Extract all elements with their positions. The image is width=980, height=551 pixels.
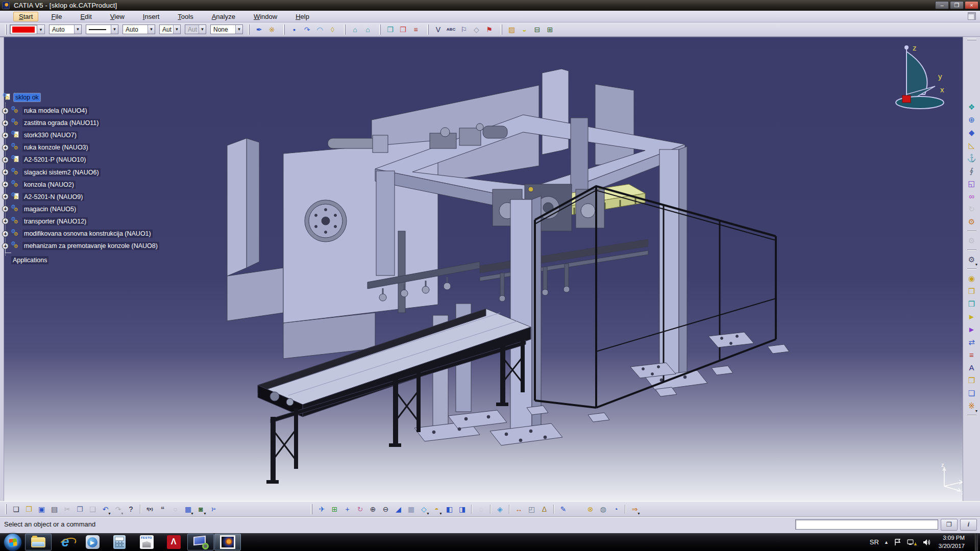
- copy-icon[interactable]: ❐: [74, 503, 86, 515]
- tree-node[interactable]: +⚙⚙zastitna ograda (NAUO11): [2, 118, 100, 128]
- tree-node-label[interactable]: modifikovana osnovna konstrukcija (NAUO1…: [22, 230, 153, 238]
- expand-panel-button[interactable]: ❐: [941, 519, 958, 531]
- menu-item-window[interactable]: Window: [248, 12, 283, 21]
- close-button[interactable]: ×: [965, 1, 978, 9]
- wmp-taskbar-icon[interactable]: ▶: [79, 534, 106, 550]
- tree-node[interactable]: +⚙⚙mehanizam za premotavanje konzole (NA…: [2, 241, 159, 251]
- select-arrow-icon[interactable]: ▼: [173, 25, 180, 34]
- undo-icon[interactable]: ↶▼: [100, 503, 111, 515]
- tree-expander-icon[interactable]: +: [2, 181, 9, 188]
- existing-component-icon[interactable]: ►: [965, 310, 978, 323]
- spline-icon[interactable]: ↷: [301, 23, 313, 35]
- design-table-icon[interactable]: ▦▼: [182, 503, 194, 515]
- show-desktop-button[interactable]: [975, 533, 978, 551]
- menu-item-analyze[interactable]: Analyze: [206, 12, 241, 21]
- toolbar-handle[interactable]: [5, 24, 7, 35]
- tree-node[interactable]: +⚙⚙A2-5201-N (NAUO9): [2, 192, 84, 202]
- menu-item-insert[interactable]: Insert: [137, 12, 165, 21]
- tree-node[interactable]: +⚙⚙modifikovana osnovna konstrukcija (NA…: [2, 229, 153, 239]
- update-list-icon[interactable]: ≡: [410, 23, 422, 35]
- tree-node-label[interactable]: konzola (NAUO2): [22, 181, 76, 189]
- insert-component-small-icon[interactable]: ❒: [384, 23, 396, 35]
- comment-icon[interactable]: ❝: [157, 503, 168, 515]
- tree-node-label[interactable]: mehanizam za premotavanje konzole (NAUO8…: [22, 242, 159, 250]
- constraints-palette-icon[interactable]: ⇒▼: [629, 503, 641, 515]
- toolbar-handle[interactable]: [5, 504, 7, 514]
- power-input[interactable]: [795, 519, 938, 530]
- new-component-icon[interactable]: ◉: [965, 272, 978, 285]
- tree-node[interactable]: +⚙⚙A2-5201-P (NAUO10): [2, 155, 87, 165]
- existing-positioned-icon[interactable]: ►: [965, 323, 978, 336]
- tree-root-node[interactable]: ⚙⚙sklop ok: [2, 92, 40, 103]
- catalog-house-alt-icon[interactable]: ⌂: [362, 23, 374, 35]
- select-arrow-icon[interactable]: ▼: [74, 25, 81, 34]
- tree-node-label[interactable]: stork330 (NAUO7): [22, 131, 78, 139]
- relations-icon[interactable]: }=: [208, 503, 219, 515]
- check-dimensions-icon[interactable]: V: [432, 23, 444, 35]
- tree-node-label[interactable]: slagacki sistem2 (NAUO6): [22, 168, 101, 177]
- compass-disabled-icon[interactable]: ◌: [475, 503, 487, 515]
- dropdown-arrow-icon[interactable]: ▼: [190, 512, 194, 515]
- minimize-button[interactable]: –: [935, 1, 949, 9]
- point-icon[interactable]: ▪: [288, 23, 300, 35]
- clock[interactable]: 3:09 PM 3/20/2017: [939, 534, 965, 550]
- tree-expander-icon[interactable]: +: [2, 193, 9, 200]
- doc-info-button[interactable]: i: [960, 519, 977, 531]
- knowledge-eraser-icon[interactable]: ◈: [494, 503, 506, 515]
- select-arrow-icon[interactable]: ▼: [235, 25, 242, 34]
- select-arrow-icon[interactable]: ▼: [111, 25, 118, 34]
- fit-all-in-icon[interactable]: ⊞: [329, 503, 340, 515]
- tree-expander-icon[interactable]: +: [2, 157, 9, 163]
- multi-instantiation-icon[interactable]: ※▼: [965, 399, 978, 412]
- paperclip-coincidence-icon[interactable]: ∮: [965, 164, 978, 177]
- manipulation-icon[interactable]: ◆: [965, 126, 978, 139]
- print-icon[interactable]: ▤: [48, 503, 60, 515]
- tree-expander-icon[interactable]: +: [2, 169, 9, 176]
- flag-note-icon[interactable]: ⚐: [458, 23, 470, 35]
- tree-node[interactable]: +⚙⚙ruka konzole (NAUO3): [2, 142, 90, 153]
- highlight-icon[interactable]: ◒: [519, 23, 530, 35]
- tree-expander-icon[interactable]: +: [2, 218, 9, 224]
- render-style-icon[interactable]: ◓▼: [431, 503, 443, 515]
- arc-icon[interactable]: ◠: [314, 23, 326, 35]
- generate-numbering-icon[interactable]: A: [965, 361, 978, 374]
- view-mode-shaded-icon[interactable]: ◨: [456, 503, 468, 515]
- stamp-icon[interactable]: ⚑: [483, 23, 495, 35]
- tree-node[interactable]: +⚙⚙magacin (NAUO5): [2, 204, 78, 214]
- tree-node-label[interactable]: A2-5201-N (NAUO9): [22, 193, 84, 201]
- child-window-icon[interactable]: [968, 12, 976, 20]
- clash-analysis-icon[interactable]: ⊗: [584, 503, 596, 515]
- open-icon[interactable]: ❒: [23, 503, 35, 515]
- insert-component-icon[interactable]: ❖: [965, 101, 978, 113]
- check-analysis-icon[interactable]: ○: [169, 503, 181, 515]
- plane-icon[interactable]: ◊: [327, 23, 338, 35]
- remote-desktop-taskbar-icon[interactable]: [187, 534, 214, 550]
- menu-item-view[interactable]: View: [105, 12, 130, 21]
- menu-item-file[interactable]: File: [45, 12, 67, 21]
- tree-structure-alt-icon[interactable]: ⊞: [544, 23, 556, 35]
- zoom-out-icon[interactable]: ⊖: [380, 503, 391, 515]
- snap-ruler-icon[interactable]: ◺: [965, 139, 978, 152]
- tree-node[interactable]: +⚙⚙slagacki sistem2 (NAUO6): [2, 167, 101, 178]
- tree-node[interactable]: +⚙⚙konzola (NAUO2): [2, 180, 76, 190]
- dropdown-arrow-icon[interactable]: ▼: [108, 512, 111, 515]
- tree-node-label[interactable]: zastitna ograda (NAUO11): [22, 119, 100, 127]
- mass-properties-icon[interactable]: Δ: [538, 503, 550, 515]
- new-part-icon[interactable]: ❒: [965, 285, 978, 297]
- dropdown-arrow-icon[interactable]: ▼: [637, 512, 641, 515]
- selective-load-icon[interactable]: ❐: [965, 374, 978, 387]
- lock-icon[interactable]: ◙▼: [195, 503, 207, 515]
- tree-expander-icon[interactable]: +: [2, 132, 9, 139]
- tree-node-label[interactable]: ruka modela (NAUO4): [22, 107, 89, 115]
- catalog-house-icon[interactable]: ⌂: [349, 23, 361, 35]
- paste-icon[interactable]: ❑: [87, 503, 99, 515]
- tree-expander-icon[interactable]: +: [2, 108, 9, 114]
- multi-view-icon[interactable]: ▦: [405, 503, 417, 515]
- save-icon[interactable]: ▣: [36, 503, 47, 515]
- cut-icon[interactable]: ✂: [61, 503, 73, 515]
- tree-node[interactable]: +⚙⚙ruka modela (NAUO4): [2, 106, 89, 116]
- toolbar-handle[interactable]: [344, 24, 346, 35]
- insert-existing-small-icon[interactable]: ❒: [397, 23, 409, 35]
- start-button[interactable]: [4, 534, 21, 551]
- 3d-viewport[interactable]: ⚙⚙sklop ok+⚙⚙ruka modela (NAUO4)+⚙⚙zasti…: [0, 37, 980, 501]
